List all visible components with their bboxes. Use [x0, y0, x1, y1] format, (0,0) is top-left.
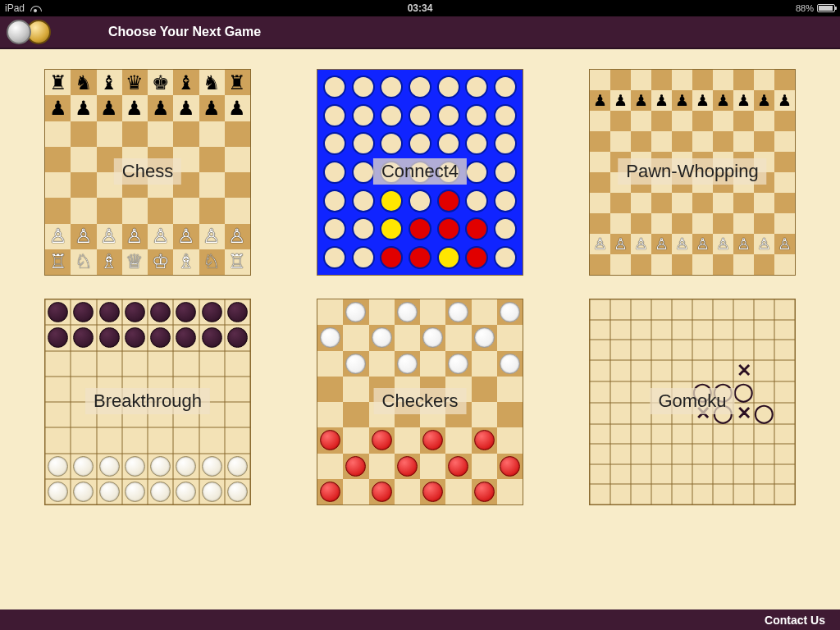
chess-board: ♜♞♝♛♚♝♞♜♟♟♟♟♟♟♟♟♙♙♙♙♙♙♙♙♖♘♗♕♔♗♘♖	[45, 70, 250, 275]
page-title: Choose Your Next Game	[108, 25, 261, 39]
checkers-board	[317, 299, 523, 504]
game-grid: ♜♞♝♛♚♝♞♜♟♟♟♟♟♟♟♟♙♙♙♙♙♙♙♙♖♘♗♕♔♗♘♖ Chess C…	[0, 49, 840, 609]
header-bar: Choose Your Next Game	[0, 16, 840, 49]
game-tile-gomoku[interactable]: ✕◯◯◯✕◯✕◯ Gomoku	[589, 299, 796, 505]
battery-icon	[817, 4, 835, 12]
gomoku-board: ✕◯◯◯✕◯✕◯	[590, 299, 795, 504]
game-tile-connect4[interactable]: Connect4	[317, 69, 523, 276]
app-frame: Choose Your Next Game ♜♞♝♛♚♝♞♜♟♟♟♟♟♟♟♟♙♙…	[0, 16, 840, 630]
silver-token-icon	[7, 20, 31, 44]
breakthrough-board	[45, 299, 250, 504]
battery-pct: 88%	[796, 3, 814, 13]
pawn-whopping-board: ♟♟♟♟♟♟♟♟♟♟♙♙♙♙♙♙♙♙♙♙	[590, 70, 795, 275]
game-tile-breakthrough[interactable]: Breakthrough	[44, 299, 251, 505]
clock: 03:34	[408, 2, 433, 14]
game-tile-chess[interactable]: ♜♞♝♛♚♝♞♜♟♟♟♟♟♟♟♟♙♙♙♙♙♙♙♙♖♘♗♕♔♗♘♖ Chess	[44, 69, 251, 276]
player-tokens-icon	[7, 20, 51, 44]
wifi-icon	[30, 4, 41, 12]
device-label: iPad	[5, 2, 25, 14]
connect4-board	[317, 70, 523, 275]
contact-us-link[interactable]: Contact Us	[765, 614, 825, 627]
game-tile-pawn-whopping[interactable]: ♟♟♟♟♟♟♟♟♟♟♙♙♙♙♙♙♙♙♙♙ Pawn-Whopping	[589, 69, 796, 276]
status-bar: iPad 03:34 88%	[0, 0, 840, 16]
game-tile-checkers[interactable]: Checkers	[317, 299, 523, 505]
footer-bar: Contact Us	[0, 609, 840, 630]
